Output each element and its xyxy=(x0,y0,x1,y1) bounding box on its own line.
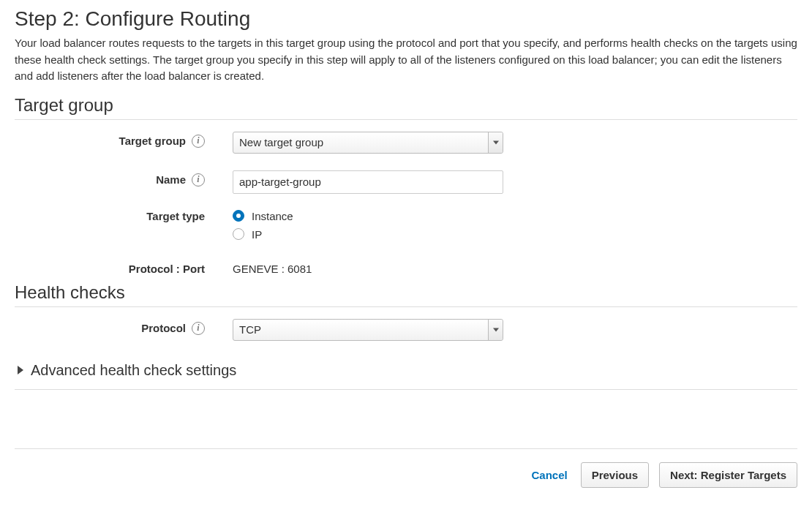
page-title: Step 2: Configure Routing xyxy=(15,7,797,31)
advanced-health-check-label: Advanced health check settings xyxy=(31,362,236,379)
next-button[interactable]: Next: Register Targets xyxy=(659,462,797,488)
row-name: Name i xyxy=(15,170,797,194)
radio-ip-label: IP xyxy=(252,228,262,241)
info-icon[interactable]: i xyxy=(192,173,205,187)
select-health-protocol-value[interactable]: TCP xyxy=(233,319,503,341)
label-name: Name xyxy=(156,173,186,186)
row-target-group: Target group i New target group xyxy=(15,132,797,156)
label-target-group: Target group xyxy=(119,135,186,147)
label-protocol-port: Protocol : Port xyxy=(129,263,205,275)
previous-button[interactable]: Previous xyxy=(581,462,649,488)
row-health-protocol: Protocol i TCP xyxy=(15,319,797,343)
info-icon[interactable]: i xyxy=(192,135,205,148)
radio-instance[interactable] xyxy=(233,210,244,222)
caret-right-icon xyxy=(18,366,23,374)
select-target-group-value[interactable]: New target group xyxy=(233,132,503,154)
cancel-button[interactable]: Cancel xyxy=(528,464,570,486)
select-health-protocol[interactable]: TCP xyxy=(233,319,503,341)
footer-bar: Cancel Previous Next: Register Targets xyxy=(15,448,797,488)
radio-instance-label: Instance xyxy=(252,210,293,222)
label-target-type: Target type xyxy=(146,210,205,222)
label-health-protocol: Protocol xyxy=(141,322,186,334)
value-protocol-port: GENEVE : 6081 xyxy=(233,263,312,275)
select-target-group[interactable]: New target group xyxy=(233,132,503,154)
row-target-type: Target type Instance IP xyxy=(15,208,797,245)
input-name[interactable] xyxy=(233,170,503,194)
advanced-health-check-toggle[interactable]: Advanced health check settings xyxy=(15,358,797,390)
info-icon[interactable]: i xyxy=(192,322,205,335)
section-heading-health-checks: Health checks xyxy=(15,282,797,307)
page-description: Your load balancer routes requests to th… xyxy=(15,35,797,85)
row-protocol-port: Protocol : Port GENEVE : 6081 xyxy=(15,260,797,275)
section-heading-target-group: Target group xyxy=(15,95,797,120)
radio-ip[interactable] xyxy=(233,228,244,240)
